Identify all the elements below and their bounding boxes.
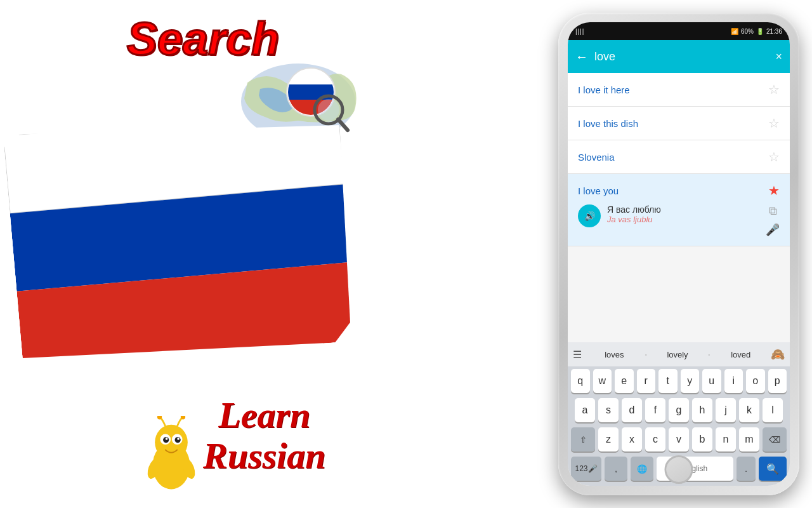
key-z[interactable]: z (598, 427, 619, 451)
keyboard-row-1: q w e r t y u i o p (568, 366, 790, 396)
key-a[interactable]: a (575, 398, 595, 422)
suggestion-lovely[interactable]: lovely (650, 350, 705, 359)
status-bar: |||| 📶 60% 🔋 21:36 (568, 22, 790, 40)
signal-bars: 📶 (731, 28, 738, 35)
key-c[interactable]: c (645, 427, 665, 451)
star-icon-3[interactable]: ☆ (768, 149, 780, 164)
learn-label: Learn (203, 395, 325, 436)
key-s[interactable]: s (598, 398, 619, 422)
svg-point-15 (166, 438, 168, 440)
suggestion-loves[interactable]: loves (587, 350, 642, 359)
keyboard-row-3: ⇧ z x c v b n m ⌫ (568, 425, 790, 454)
mic-icon[interactable]: 🎤 (766, 223, 780, 237)
back-button[interactable]: ← (575, 50, 588, 64)
search-query[interactable]: love (594, 50, 769, 64)
phone-wrapper: |||| 📶 60% 🔋 21:36 ← love × I love it he… (558, 13, 799, 495)
learn-russian-text: Learn Russian (203, 395, 325, 476)
key-v[interactable]: v (669, 427, 689, 451)
key-i[interactable]: i (724, 369, 743, 393)
star-icon-expanded[interactable]: ★ (768, 183, 780, 198)
left-section: Search (0, 0, 444, 508)
home-button[interactable] (665, 455, 693, 484)
menu-icon[interactable]: ☰ (573, 349, 582, 361)
key-m[interactable]: m (739, 427, 759, 451)
key-u[interactable]: u (702, 369, 721, 393)
russian-flag (3, 107, 358, 370)
translation-block: Я вас люблю Ja vas ljublu (607, 204, 661, 224)
russian-label: Russian (203, 436, 325, 476)
key-o[interactable]: o (746, 369, 765, 393)
search-bar: ← love × (568, 40, 790, 73)
expanded-title: I love you (578, 185, 768, 196)
key-j[interactable]: j (716, 398, 736, 422)
key-t[interactable]: t (658, 369, 678, 393)
globe-key[interactable]: 🌐 (631, 457, 653, 481)
time-display: 21:36 (766, 28, 782, 35)
result-text-3: Slovenia (578, 152, 768, 163)
svg-point-10 (155, 425, 188, 460)
suggestions-row: ☰ loves · lovely · loved 🙈 (568, 342, 790, 366)
key-q[interactable]: q (571, 369, 590, 393)
svg-point-7 (318, 99, 339, 121)
result-item-2[interactable]: I love this dish ☆ (568, 107, 790, 140)
expanded-actions: ⧉ 🎤 (766, 204, 780, 237)
key-d[interactable]: d (622, 398, 642, 422)
results-list: I love it here ☆ I love this dish ☆ Slov… (568, 73, 790, 246)
key-f[interactable]: f (645, 398, 665, 422)
key-h[interactable]: h (692, 398, 712, 422)
copy-icon[interactable]: ⧉ (769, 204, 777, 218)
key-l[interactable]: l (763, 398, 783, 422)
key-k[interactable]: k (739, 398, 759, 422)
star-icon-1[interactable]: ☆ (768, 82, 780, 97)
signal-icon: |||| (575, 28, 584, 35)
status-right: 📶 60% 🔋 21:36 (731, 28, 782, 35)
phone-screen: |||| 📶 60% 🔋 21:36 ← love × I love it he… (568, 22, 790, 486)
result-text-2: I love this dish (578, 118, 768, 129)
battery-pct: 60% (741, 28, 754, 35)
shift-key[interactable]: ⇧ (571, 427, 595, 451)
romanization-text: Ja vas ljublu (607, 215, 661, 224)
clear-button[interactable]: × (775, 50, 782, 64)
key-e[interactable]: e (615, 369, 634, 393)
result-item-3[interactable]: Slovenia ☆ (568, 140, 790, 174)
expanded-top: I love you ★ (578, 183, 780, 198)
period-key[interactable]: . (737, 457, 756, 481)
key-p[interactable]: p (768, 369, 787, 393)
key-r[interactable]: r (637, 369, 656, 393)
speaker-button[interactable]: 🔊 (578, 204, 601, 227)
translation-text: Я вас люблю (607, 204, 661, 215)
battery-icon: 🔋 (756, 28, 764, 35)
result-expanded: I love you ★ 🔊 Я вас люблю Ja vas ljublu… (568, 174, 790, 246)
expanded-content: 🔊 Я вас люблю Ja vas ljublu ⧉ 🎤 (578, 204, 780, 237)
keyboard-row-2: a s d f g h j k l (568, 396, 790, 425)
emoji-button[interactable]: 🙈 (771, 347, 785, 361)
delete-key[interactable]: ⌫ (763, 427, 787, 451)
key-n[interactable]: n (716, 427, 736, 451)
key-g[interactable]: g (669, 398, 689, 422)
search-key[interactable]: 🔍 (759, 457, 787, 481)
cartoon-character (143, 416, 200, 492)
key-w[interactable]: w (593, 369, 612, 393)
num-key[interactable]: 123🎤 (571, 457, 601, 481)
suggestion-loved[interactable]: loved (713, 350, 768, 359)
comma-key[interactable]: , (605, 457, 627, 481)
svg-point-16 (177, 438, 180, 440)
key-x[interactable]: x (622, 427, 642, 451)
star-icon-2[interactable]: ☆ (768, 116, 780, 131)
sep1: · (645, 348, 648, 361)
sep2: · (707, 348, 710, 361)
key-b[interactable]: b (692, 427, 712, 451)
result-item-1[interactable]: I love it here ☆ (568, 73, 790, 107)
key-y[interactable]: y (681, 369, 700, 393)
result-text-1: I love it here (578, 84, 768, 95)
phone-outer: |||| 📶 60% 🔋 21:36 ← love × I love it he… (558, 13, 799, 495)
